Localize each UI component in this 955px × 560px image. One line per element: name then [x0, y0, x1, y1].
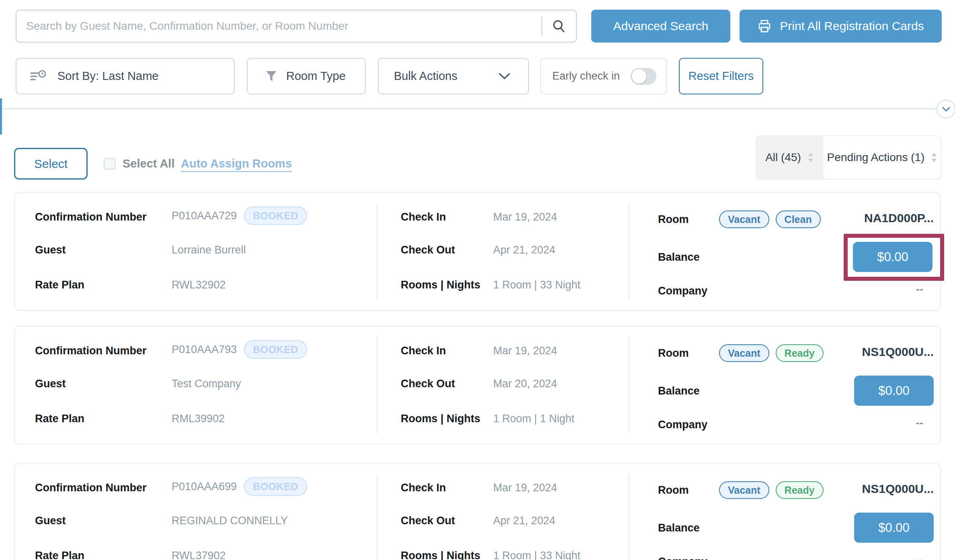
search-input[interactable] — [26, 20, 537, 33]
room-code[interactable]: NS1Q000U... — [862, 482, 934, 496]
card-column-divider — [629, 474, 629, 560]
check-in-label: Check In — [401, 480, 446, 496]
rooms-nights-value: 1 Room | 1 Night — [493, 411, 574, 427]
rooms-nights-label: Rooms | Nights — [401, 411, 480, 427]
search-divider — [541, 17, 542, 35]
company-value: -- — [916, 554, 923, 560]
guest-value: Test Company — [172, 376, 241, 392]
sort-by-label: Sort By: Last Name — [57, 69, 158, 83]
confirmation-number-label: Confirmation Number — [35, 343, 147, 359]
confirmation-number-label: Confirmation Number — [35, 209, 147, 225]
balance-label: Balance — [658, 520, 700, 536]
printer-icon — [757, 19, 772, 33]
rooms-nights-value: 1 Room | 33 Night — [493, 548, 580, 560]
room-status-badge-vacant: Vacant — [719, 211, 769, 228]
select-all-checkbox[interactable] — [104, 158, 115, 170]
room-status-badges: VacantReady — [719, 344, 824, 362]
confirmation-number-value: P010AAA793 — [172, 343, 237, 356]
check-in-value: Mar 19, 2024 — [493, 343, 557, 359]
advanced-search-button[interactable]: Advanced Search — [591, 10, 730, 43]
rate-plan-label: Rate Plan — [35, 411, 84, 427]
check-in-label: Check In — [401, 343, 446, 359]
print-all-label: Print All Registration Cards — [780, 19, 924, 33]
select-all-label: Select All — [123, 157, 174, 170]
balance-button[interactable]: $0.00 — [854, 376, 934, 406]
guest-label: Guest — [35, 242, 66, 258]
guest-value: REGINALD CONNELLY — [172, 513, 288, 529]
room-status-badge-ready: Ready — [776, 481, 824, 499]
room-label: Room — [658, 211, 689, 227]
sort-arrows-icon — [931, 152, 937, 163]
confirmation-number-value: P010AAA729 — [172, 210, 237, 222]
balance-button[interactable]: $0.00 — [854, 513, 934, 543]
company-value: -- — [916, 283, 923, 296]
room-status-badges: VacantReady — [719, 481, 824, 499]
select-button[interactable]: Select — [14, 148, 88, 180]
check-out-label: Check Out — [401, 513, 455, 529]
guest-value: Lorraine Burrell — [172, 242, 246, 258]
check-in-value: Mar 19, 2024 — [493, 480, 557, 496]
check-out-value: Mar 20, 2024 — [493, 376, 557, 392]
room-type-filter-button[interactable]: Room Type — [247, 58, 366, 94]
guest-label: Guest — [35, 513, 66, 529]
room-label: Room — [658, 482, 689, 498]
company-label: Company — [658, 417, 707, 433]
tab-all[interactable]: All (45) — [756, 136, 823, 179]
card-column-divider — [629, 337, 629, 433]
rate-plan-label: Rate Plan — [35, 277, 84, 293]
front-desk-guest-list-page: Advanced Search Print All Registration C… — [0, 0, 955, 560]
company-value: -- — [916, 417, 923, 429]
reservation-card: Confirmation Number P010AAA699 BOOKED Gu… — [14, 463, 941, 560]
room-status-badge-ready: Ready — [776, 344, 824, 362]
early-check-in-toggle[interactable] — [631, 68, 656, 85]
sort-by-button[interactable]: Sort By: Last Name — [16, 58, 235, 94]
room-status-badges: VacantClean — [719, 211, 821, 228]
filters-divider — [2, 108, 937, 109]
reservation-card: Confirmation Number P010AAA729 BOOKED Gu… — [14, 192, 941, 311]
collapse-filters-button[interactable] — [937, 100, 955, 119]
select-all-control[interactable]: Select All — [104, 148, 174, 180]
rate-plan-label: Rate Plan — [35, 548, 84, 560]
check-out-value: Apr 21, 2024 — [493, 242, 555, 258]
tab-pending-actions[interactable]: Pending Actions (1) — [823, 136, 941, 179]
card-column-divider — [377, 203, 377, 300]
bulk-actions-dropdown[interactable]: Bulk Actions — [378, 58, 529, 94]
search-bar — [16, 10, 577, 43]
reservation-card: Confirmation Number P010AAA793 BOOKED Gu… — [14, 326, 941, 445]
rooms-nights-label: Rooms | Nights — [401, 277, 480, 293]
card-column-divider — [377, 474, 377, 560]
chevron-down-icon — [498, 73, 510, 80]
collapse-chevron-icon — [942, 106, 951, 112]
print-all-registration-cards-button[interactable]: Print All Registration Cards — [740, 10, 942, 43]
auto-assign-rooms-link[interactable]: Auto Assign Rooms — [181, 148, 292, 180]
confirmation-number-value: P010AAA699 — [172, 480, 237, 493]
company-label: Company — [658, 554, 707, 560]
tab-all-label: All (45) — [765, 151, 801, 164]
check-in-label: Check In — [401, 209, 446, 225]
room-code[interactable]: NS1Q000U... — [862, 345, 934, 359]
room-code[interactable]: NA1D000P... — [864, 211, 934, 225]
booking-status-badge: BOOKED — [244, 206, 307, 225]
early-check-in-label: Early check in — [552, 70, 620, 82]
search-icon[interactable] — [552, 19, 566, 33]
company-label: Company — [658, 283, 707, 299]
rooms-nights-label: Rooms | Nights — [401, 548, 480, 560]
left-accent-strip — [0, 98, 2, 135]
balance-button[interactable]: $0.00 — [853, 242, 932, 272]
early-check-in-filter: Early check in — [540, 58, 667, 94]
card-column-divider — [629, 203, 629, 300]
card-column-divider — [377, 337, 377, 433]
bulk-actions-label: Bulk Actions — [394, 69, 457, 83]
sort-arrows-icon — [807, 152, 814, 163]
rate-plan-value: RWL32902 — [172, 277, 226, 293]
rate-plan-value: RWL37902 — [172, 548, 226, 560]
booking-status-badge: BOOKED — [244, 340, 307, 359]
check-out-label: Check Out — [401, 242, 455, 258]
room-label: Room — [658, 345, 689, 361]
check-out-value: Apr 21, 2024 — [493, 513, 555, 529]
toggle-knob — [632, 69, 646, 84]
rate-plan-value: RML39902 — [172, 411, 225, 427]
sort-by-time-icon — [30, 69, 47, 83]
reset-filters-button[interactable]: Reset Filters — [679, 58, 763, 94]
guest-label: Guest — [35, 376, 66, 392]
